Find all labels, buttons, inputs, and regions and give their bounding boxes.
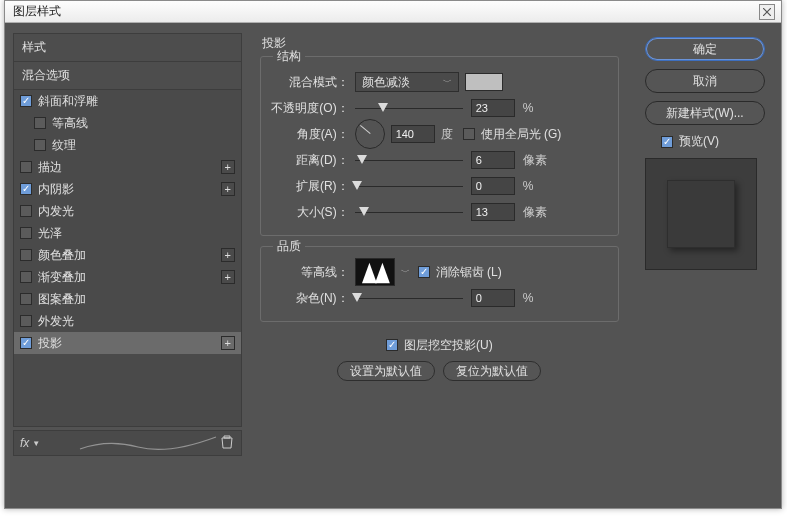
style-checkbox[interactable] (20, 205, 32, 217)
section-title: 投影 (262, 35, 629, 52)
style-checkbox[interactable] (34, 117, 46, 129)
style-label: 外发光 (38, 313, 74, 330)
close-button[interactable] (759, 4, 775, 20)
opacity-unit: % (523, 101, 534, 115)
style-checkbox[interactable] (20, 183, 32, 195)
distance-label: 距离(D)： (271, 152, 349, 169)
noise-label: 杂色(N)： (271, 290, 349, 307)
trash-icon[interactable] (221, 435, 233, 452)
spread-input[interactable]: 0 (471, 177, 515, 195)
style-item-11[interactable]: 投影 (14, 332, 241, 354)
add-effect-button[interactable] (221, 160, 235, 174)
blend-options-header[interactable]: 混合选项 (14, 62, 241, 90)
style-item-3[interactable]: 描边 (14, 156, 241, 178)
structure-group: 结构 混合模式： 颜色减淡﹀ 不透明度(O)： 23 % 角度(A)： (260, 56, 619, 236)
style-label: 内阴影 (38, 181, 74, 198)
blend-mode-label: 混合模式： (271, 74, 349, 91)
style-checkbox[interactable] (20, 249, 32, 261)
svg-marker-1 (375, 263, 390, 283)
dialog-title: 图层样式 (13, 3, 61, 20)
global-light-checkbox[interactable] (463, 128, 475, 140)
opacity-slider[interactable] (355, 100, 463, 116)
style-label: 光泽 (38, 225, 62, 242)
style-checkbox[interactable] (20, 227, 32, 239)
preview-checkbox[interactable] (661, 136, 673, 148)
fx-menu-caret[interactable]: ▼ (32, 439, 40, 448)
titlebar[interactable]: 图层样式 (5, 1, 781, 23)
add-effect-button[interactable] (221, 248, 235, 262)
preview-swatch (667, 180, 735, 248)
style-checkbox[interactable] (34, 139, 46, 151)
blend-mode-value: 颜色减淡 (362, 74, 410, 91)
noise-input[interactable]: 0 (471, 289, 515, 307)
quality-legend: 品质 (273, 238, 305, 255)
contour-picker[interactable] (355, 258, 395, 286)
distance-slider[interactable] (355, 152, 463, 168)
antialias-checkbox[interactable] (418, 266, 430, 278)
distance-unit: 像素 (523, 152, 547, 169)
style-item-2[interactable]: 纹理 (14, 134, 241, 156)
size-label: 大小(S)： (271, 204, 349, 221)
styles-panel: 样式 混合选项 斜面和浮雕等高线纹理描边内阴影内发光光泽颜色叠加渐变叠加图案叠加… (5, 23, 250, 508)
style-checkbox[interactable] (20, 293, 32, 305)
contour-caret[interactable]: ﹀ (401, 266, 410, 279)
style-label: 图案叠加 (38, 291, 86, 308)
styles-footer: fx ▼ (13, 430, 242, 456)
spread-label: 扩展(R)： (271, 178, 349, 195)
style-checkbox[interactable] (20, 315, 32, 327)
cancel-button[interactable]: 取消 (645, 69, 765, 93)
angle-label: 角度(A)： (271, 126, 349, 143)
action-panel: 确定 取消 新建样式(W)... 预览(V) (629, 23, 781, 508)
add-effect-button[interactable] (221, 270, 235, 284)
angle-input[interactable]: 140 (391, 125, 435, 143)
style-item-8[interactable]: 渐变叠加 (14, 266, 241, 288)
reset-default-button[interactable]: 复位为默认值 (443, 361, 541, 381)
style-label: 投影 (38, 335, 62, 352)
quality-group: 品质 等高线： ﹀ 消除锯齿 (L) 杂色(N)： 0 % (260, 246, 619, 322)
new-style-button[interactable]: 新建样式(W)... (645, 101, 765, 125)
style-item-6[interactable]: 光泽 (14, 222, 241, 244)
style-item-5[interactable]: 内发光 (14, 200, 241, 222)
preview-box (645, 158, 757, 270)
preview-label: 预览(V) (679, 133, 719, 150)
fx-button[interactable]: fx (20, 436, 29, 450)
styles-header[interactable]: 样式 (14, 34, 241, 62)
style-item-4[interactable]: 内阴影 (14, 178, 241, 200)
style-label: 渐变叠加 (38, 269, 86, 286)
style-item-7[interactable]: 颜色叠加 (14, 244, 241, 266)
style-item-9[interactable]: 图案叠加 (14, 288, 241, 310)
svg-marker-0 (362, 263, 377, 283)
distance-input[interactable]: 6 (471, 151, 515, 169)
ok-button[interactable]: 确定 (645, 37, 765, 61)
settings-panel: 投影 结构 混合模式： 颜色减淡﹀ 不透明度(O)： 23 % 角 (250, 23, 629, 508)
style-item-10[interactable]: 外发光 (14, 310, 241, 332)
opacity-input[interactable]: 23 (471, 99, 515, 117)
angle-dial[interactable] (355, 119, 385, 149)
add-effect-button[interactable] (221, 336, 235, 350)
noise-unit: % (523, 291, 534, 305)
style-checkbox[interactable] (20, 271, 32, 283)
angle-unit: 度 (441, 126, 453, 143)
noise-slider[interactable] (355, 290, 463, 306)
size-slider[interactable] (355, 204, 463, 220)
decorative-stroke (78, 435, 218, 453)
antialias-label: 消除锯齿 (L) (436, 264, 502, 281)
style-item-0[interactable]: 斜面和浮雕 (14, 90, 241, 112)
blend-mode-select[interactable]: 颜色减淡﹀ (355, 72, 459, 92)
make-default-button[interactable]: 设置为默认值 (337, 361, 435, 381)
style-checkbox[interactable] (20, 337, 32, 349)
add-effect-button[interactable] (221, 182, 235, 196)
style-label: 描边 (38, 159, 62, 176)
style-label: 纹理 (52, 137, 76, 154)
spread-unit: % (523, 179, 534, 193)
knockout-checkbox[interactable] (386, 339, 398, 351)
style-item-1[interactable]: 等高线 (14, 112, 241, 134)
style-label: 内发光 (38, 203, 74, 220)
style-checkbox[interactable] (20, 95, 32, 107)
color-swatch[interactable] (465, 73, 503, 91)
style-label: 斜面和浮雕 (38, 93, 98, 110)
style-checkbox[interactable] (20, 161, 32, 173)
size-input[interactable]: 13 (471, 203, 515, 221)
spread-slider[interactable] (355, 178, 463, 194)
knockout-label: 图层挖空投影(U) (404, 337, 493, 354)
